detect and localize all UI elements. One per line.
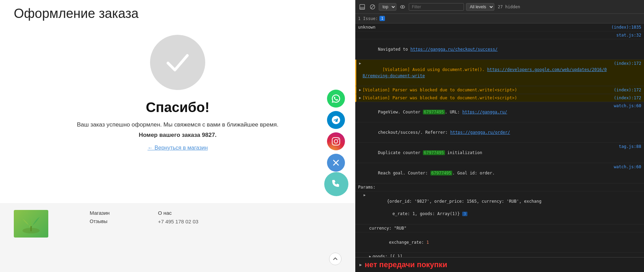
triangle-icon[interactable]: ▶ [369,253,371,257]
footer-phone[interactable]: +7 495 178 02 03 [158,219,198,224]
console-line-violation-1: ▶ [Violation] Avoid using document.write… [355,60,644,86]
console-line-currency: currency: "RUB" [355,224,644,232]
whatsapp-icon [331,94,341,103]
console-line-exchange: exchange_rate: 1 [355,232,644,253]
dock-icon [359,4,365,10]
bottom-error-text: нет передачи покупки [365,260,447,269]
page-title: Оформление заказа [0,0,152,21]
svg-point-2 [338,139,339,140]
success-icon-circle [150,35,205,90]
console-line: unknown (index):1035 [355,23,644,31]
triangle-icon[interactable]: ▶ [359,87,361,93]
logo-icon [17,212,45,236]
level-selector[interactable]: All levels [466,3,494,11]
expand-icon[interactable]: ▶ [359,262,362,267]
svg-line-10 [371,5,374,9]
devtools-eye-button[interactable] [398,3,407,11]
prohibit-icon [370,4,375,10]
instagram-button[interactable] [327,132,345,150]
svg-rect-0 [332,138,340,145]
console-line-reach-goal: Reach goal. Counter: 67977495. Goal id: … [355,163,644,183]
console-line-referrer: checkout/success/. Referrer: https://gan… [355,122,644,143]
console-line-violation-2: ▶ [Violation] Parser was blocked due to … [355,86,644,94]
issue-badge[interactable]: 1 [379,16,385,21]
issue-label: 1 Issue: [358,16,378,21]
eye-icon [400,4,405,10]
svg-point-12 [402,6,403,8]
triangle-icon[interactable]: ▶ [364,192,366,198]
chevron-up-icon [333,256,338,261]
thank-you-heading: Спасибо! [146,100,210,115]
phone-icon [330,178,342,190]
telegram-icon [331,115,341,125]
instagram-icon [331,137,341,146]
back-to-shop-link[interactable]: ← Вернуться в магазин [148,145,208,151]
left-panel: Оформление заказа Спасибо! Ваш заказ усп… [0,0,355,272]
console-line-object: ▶ {order_id: '9827', order_price: 1565, … [355,191,644,224]
order-message: Ваш заказ успешно оформлен. Мы свяжемся … [77,121,278,128]
footer-about: О нас [158,210,198,216]
svg-point-1 [334,140,338,143]
devtools-panel: top All levels 27 hidden 1 Issue: 1 unkn… [355,0,644,272]
checkmark-icon [164,49,191,76]
footer-col-shop: Магазин Отзывы [90,210,110,265]
console-line-violation-3: ▶ [Violation] Parser was blocked due to … [355,94,644,102]
console-output[interactable]: unknown (index):1035 stat.js:32 Navigate… [355,23,644,257]
triangle-icon[interactable]: ▶ [359,95,361,101]
console-line: stat.js:32 [355,31,644,39]
console-line-duplicate: Duplicate counter 67977495 initializatio… [355,143,644,163]
svg-rect-6 [30,226,32,231]
footer-reviews-link[interactable]: Отзывы [90,219,110,224]
footer-expand-button[interactable] [329,253,341,265]
footer-contact-col: О нас +7 495 178 02 03 [158,210,198,265]
social-buttons-group [327,90,345,172]
footer-logo [14,210,48,238]
telegram-button[interactable] [327,111,345,129]
issue-bar: 1 Issue: 1 [355,14,644,23]
phone-button[interactable] [324,172,348,196]
footer: Магазин Отзывы О нас +7 495 178 02 03 [0,203,355,272]
bottom-error-bar: ▶ нет передачи покупки [355,257,644,272]
devtools-toolbar: top All levels 27 hidden [355,0,644,14]
x-icon [332,159,340,167]
devtools-filter-input[interactable] [409,3,464,11]
context-selector[interactable]: top [379,3,396,11]
footer-shop-title: Магазин [90,210,110,216]
console-line-params: Params: [355,183,644,191]
triangle-icon[interactable]: ▶ [359,60,361,67]
devtools-prohibit-button[interactable] [368,3,377,11]
console-line-pageview: PageView. Counter 67977495. URL: https:/… [355,102,644,122]
close-social-button[interactable] [327,154,345,172]
devtools-dock-button[interactable] [358,3,366,11]
console-line-navigation: Navigated to https://gangga.ru/checkout/… [355,39,644,60]
order-number: Номер вашего заказа 9827. [139,132,217,139]
hidden-count: 27 hidden [498,4,520,9]
console-line-goods: ▶ goods: [{…}] [355,253,644,257]
whatsapp-button[interactable] [327,90,345,108]
svg-rect-8 [360,7,365,9]
